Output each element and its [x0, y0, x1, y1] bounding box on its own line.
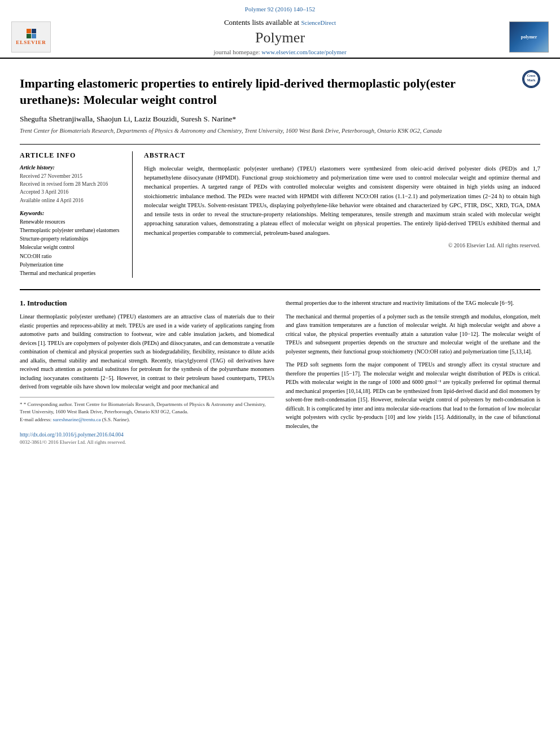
abstract-heading: ABSTRACT — [144, 151, 540, 160]
keyword-5: NCO:OH ratio — [20, 252, 124, 261]
history-label: Article history: — [20, 164, 124, 171]
elsevier-squares-icon — [27, 29, 36, 38]
keyword-7: Thermal and mechanical properties — [20, 269, 124, 278]
right-column: thermal properties due to the inherent s… — [286, 299, 540, 445]
elsevier-label: ELSEVIER — [16, 40, 46, 45]
issn-text: 0032-3861/© 2016 Elsevier Ltd. All right… — [20, 439, 274, 445]
polymer-cover-image: polymer — [509, 21, 549, 53]
article-info-abstract: ARTICLE INFO Article history: Received 2… — [20, 144, 540, 278]
history-accepted: Accepted 3 April 2016 — [20, 188, 124, 196]
crossmark: Cross Mark — [522, 70, 540, 88]
page-content: Cross Mark Imparting elastomeric propert… — [0, 59, 560, 453]
abstract-paragraph: High molecular weight, thermoplastic pol… — [144, 164, 540, 238]
keyword-2: Thermoplastic poly(ester urethane) elast… — [20, 226, 124, 235]
affiliation: Trent Center for Biomaterials Research, … — [20, 127, 540, 136]
keywords-section: Keywords: Renewable resources Thermoplas… — [20, 210, 124, 278]
doi-link[interactable]: http://dx.doi.org/10.1016/j.polymer.2016… — [20, 432, 274, 438]
history-available: Available online 4 April 2016 — [20, 196, 124, 204]
abstract-text: High molecular weight, thermoplastic pol… — [144, 164, 540, 238]
intro-paragraph-1: Linear thermoplastic poly(ester urethane… — [20, 312, 274, 391]
history-received: Received 27 November 2015 — [20, 172, 124, 180]
right-paragraph-1: thermal properties due to the inherent s… — [286, 299, 540, 308]
keywords-label: Keywords: — [20, 210, 124, 216]
main-content: 1. Introduction Linear thermoplastic pol… — [20, 289, 540, 445]
footnote-text: * * Corresponding author. Trent Centre f… — [20, 401, 274, 416]
email-suffix: (S.S. Narine). — [102, 417, 130, 422]
intro-body-text: Linear thermoplastic poly(ester urethane… — [20, 312, 274, 391]
right-paragraph-3: The PED soft segments form the major com… — [286, 360, 540, 430]
article-title: Imparting elastomeric properties to enti… — [20, 76, 540, 108]
journal-homepage: journal homepage: www.elsevier.com/locat… — [51, 49, 509, 55]
svg-text:Mark: Mark — [527, 78, 536, 82]
footnote-content: * Corresponding author. Trent Centre for… — [20, 401, 266, 415]
article-history: Article history: Received 27 November 20… — [20, 164, 124, 204]
author-names: Shegufta Shetranjiwalla, Shaojun Li, Laz… — [20, 115, 236, 123]
journal-center: Contents lists available at ScienceDirec… — [51, 18, 509, 55]
footnote-section: * * Corresponding author. Trent Centre f… — [20, 397, 274, 424]
crossmark-icon: Cross Mark — [522, 70, 540, 88]
keyword-3: Structure-property relationships — [20, 235, 124, 243]
intro-heading: 1. Introduction — [20, 299, 274, 308]
footnote-asterisk: * — [20, 401, 24, 407]
doi-anchor[interactable]: http://dx.doi.org/10.1016/j.polymer.2016… — [20, 432, 124, 438]
copyright-text: © 2016 Elsevier Ltd. All rights reserved… — [144, 242, 540, 248]
journal-homepage-link[interactable]: www.elsevier.com/locate/polymer — [261, 49, 346, 55]
right-paragraph-2: The mechanical and thermal properties of… — [286, 312, 540, 356]
elsevier-logo-box: ELSEVIER — [11, 21, 51, 53]
elsevier-logo: ELSEVIER — [11, 21, 51, 53]
contents-available-text: Contents lists available at — [224, 18, 301, 27]
article-info-panel: ARTICLE INFO Article history: Received 2… — [20, 151, 133, 278]
sciencedirect-link[interactable]: ScienceDirect — [301, 19, 336, 26]
article-info-heading: ARTICLE INFO — [20, 151, 124, 160]
sciencedirect-text: Contents lists available at ScienceDirec… — [51, 18, 509, 27]
keyword-1: Renewable resources — [20, 218, 124, 226]
abstract-section: ABSTRACT High molecular weight, thermopl… — [144, 151, 540, 278]
svg-text:Cross: Cross — [527, 74, 536, 77]
journal-header: Polymer 92 (2016) 140–152 ELSEVIER — [0, 0, 560, 59]
right-body-text: thermal properties due to the inherent s… — [286, 299, 540, 430]
authors: Shegufta Shetranjiwalla, Shaojun Li, Laz… — [20, 115, 540, 124]
email-link[interactable]: sureshnarine@trentu.ca — [53, 417, 100, 422]
footnote-email: E-mail address: sureshnarine@trentu.ca (… — [20, 416, 274, 424]
left-column: 1. Introduction Linear thermoplastic pol… — [20, 299, 274, 445]
history-revised: Received in revised form 28 March 2016 — [20, 180, 124, 188]
journal-name: Polymer — [51, 29, 509, 46]
email-label: E-mail address: — [20, 417, 51, 422]
keyword-6: Polymerization time — [20, 261, 124, 269]
keyword-4: Molecular weight control — [20, 243, 124, 252]
journal-citation: Polymer 92 (2016) 140–152 — [11, 6, 549, 12]
